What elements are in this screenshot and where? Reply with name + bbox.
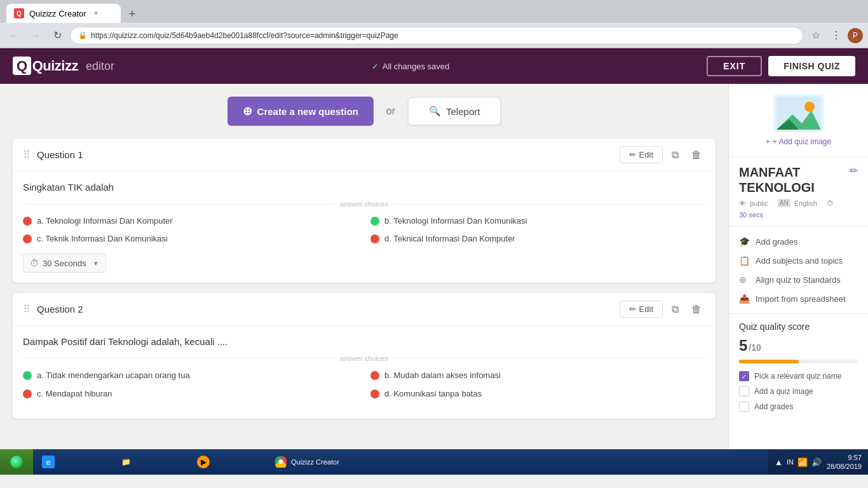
media-icon: ▶ xyxy=(197,456,210,468)
add-subjects-label: Add subjects and topics xyxy=(756,256,843,266)
bookmark-icon[interactable]: ☆ xyxy=(807,27,825,44)
exit-button[interactable]: EXIT xyxy=(707,56,762,76)
choice-text-1b: b. Teknologi Informasi Dan Komunikasi xyxy=(384,215,527,227)
right-sidebar: + + Add quiz image MANFAAT TEKNOLOGI ✏ xyxy=(728,84,868,449)
quality-checklist: ✓ Pick a relevant quiz name Add a quiz i… xyxy=(739,371,858,412)
url-bar[interactable]: 🔒 https://quizizz.com/quiz/5d64b9aeb4d2b… xyxy=(70,27,803,44)
tray-volume-icon: 🔊 xyxy=(811,458,822,467)
question-2-actions: ✏ Edit ⧉ 🗑 xyxy=(620,301,705,318)
teleport-button[interactable]: 🔍 Teleport xyxy=(408,97,501,125)
answer-choices-label-2: answer choices xyxy=(23,355,705,362)
forward-button[interactable]: → xyxy=(27,27,44,44)
choice-1c: c. Teknik Informasi Dan Komunikasi xyxy=(23,233,358,245)
quality-title: Quiz quality score xyxy=(739,322,858,332)
clock-time: 9:57 xyxy=(827,453,862,462)
quality-bar xyxy=(739,360,858,363)
copy-question-2-button[interactable]: ⧉ xyxy=(668,301,682,318)
grades-icon: 🎓 xyxy=(739,236,750,247)
action-bar: ⊕ Create a new question or 🔍 Teleport xyxy=(13,97,715,126)
add-subjects-option[interactable]: 📋 Add subjects and topics xyxy=(739,251,858,270)
quiz-title-edit-icon[interactable]: ✏ xyxy=(850,165,858,177)
copy-question-1-button[interactable]: ⧉ xyxy=(668,147,682,163)
checkbox-2[interactable] xyxy=(739,386,749,396)
drag-handle-1[interactable]: ⠿ xyxy=(23,149,31,161)
delete-question-2-button[interactable]: 🗑 xyxy=(688,301,705,318)
chrome-label: Quizizz Creator xyxy=(291,458,339,466)
choices-grid-1: a. Teknologi Informasi Dan Komputer b. T… xyxy=(23,215,705,245)
checkbox-1[interactable]: ✓ xyxy=(739,371,749,381)
taskbar-media[interactable]: ▶ xyxy=(191,449,267,475)
question-2-title: Question 2 xyxy=(37,304,83,315)
choice-text-1c: c. Teknik Informasi Dan Komunikasi xyxy=(37,233,168,245)
tray-icons: ▲ IN 📶 🔊 xyxy=(775,458,822,467)
finish-quiz-button[interactable]: FINISH QUIZ xyxy=(768,56,855,76)
add-grades-option[interactable]: 🎓 Add grades xyxy=(739,232,858,251)
drag-handle-2[interactable]: ⠿ xyxy=(23,303,31,315)
choice-text-2a: a. Tidak mendengarkan ucapan orang tua xyxy=(37,370,190,381)
tab-favicon: Q xyxy=(14,8,24,18)
browser-toolbar: ← → ↻ 🔒 https://quizizz.com/quiz/5d64b9a… xyxy=(0,23,868,48)
time-icon: ⏱ xyxy=(827,200,834,207)
import-spreadsheet-label: Import from spreadsheet xyxy=(756,294,846,304)
question-card-2: ⠿ Question 2 ✏ Edit ⧉ 🗑 Dampak Positif d… xyxy=(13,293,715,418)
import-spreadsheet-option[interactable]: 📤 Import from spreadsheet xyxy=(739,289,858,308)
meta-time: 30 secs xyxy=(739,211,763,219)
quality-denom: /10 xyxy=(749,342,761,353)
logo-q: Q xyxy=(13,57,31,75)
active-tab[interactable]: Q Quizizz Creator × xyxy=(6,4,121,23)
edit-pencil-icon-2: ✏ xyxy=(629,304,636,314)
question-2-body: Dampak Positif dari Teknologi adalah, ke… xyxy=(13,326,715,418)
lock-icon: 🔒 xyxy=(78,31,87,39)
choice-dot-1b xyxy=(370,217,379,226)
start-button[interactable] xyxy=(0,449,33,475)
quiz-image-placeholder xyxy=(773,94,824,132)
checkbox-3[interactable] xyxy=(739,402,749,412)
tray-up-icon[interactable]: ▲ xyxy=(775,458,783,467)
question-card-1: ⠿ Question 1 ✏ Edit ⧉ 🗑 Singkatan TIK ad… xyxy=(13,139,715,283)
checklist-item-2: Add a quiz image xyxy=(739,386,858,396)
toolbar-actions: ☆ ⋮ P xyxy=(807,27,863,44)
profile-avatar[interactable]: P xyxy=(848,28,863,43)
editor-area: ⊕ Create a new question or 🔍 Teleport ⠿ … xyxy=(0,84,728,449)
choice-1b: b. Teknologi Informasi Dan Komunikasi xyxy=(370,215,705,227)
start-orb xyxy=(10,456,23,468)
time-selector-1[interactable]: ⏱ 30 Seconds ▼ xyxy=(23,254,106,273)
align-standards-option[interactable]: ⊕ Align quiz to Standards xyxy=(739,270,858,289)
taskbar-folder[interactable]: 📁 xyxy=(113,449,189,475)
dropdown-arrow-1: ▼ xyxy=(93,260,99,267)
choice-1d: d. Teknical Informasi Dan Komputer xyxy=(370,233,705,245)
visibility-icon: 👁 xyxy=(739,200,746,207)
choice-dot-1a xyxy=(23,217,32,226)
tab-close-btn[interactable]: × xyxy=(94,9,98,18)
back-button[interactable]: ← xyxy=(5,27,23,44)
create-question-button[interactable]: ⊕ Create a new question xyxy=(227,97,374,126)
edit-question-2-button[interactable]: ✏ Edit xyxy=(620,301,663,318)
question-1-header: ⠿ Question 1 ✏ Edit ⧉ 🗑 xyxy=(13,139,715,172)
menu-icon[interactable]: ⋮ xyxy=(827,27,845,44)
header-right: EXIT FINISH QUIZ xyxy=(707,56,855,76)
chrome-icon xyxy=(275,456,287,468)
taskbar-ie[interactable]: e xyxy=(36,449,112,475)
edit-question-1-button[interactable]: ✏ Edit xyxy=(620,146,663,163)
refresh-button[interactable]: ↻ xyxy=(48,27,66,44)
taskbar-chrome[interactable]: Quizizz Creator xyxy=(268,449,346,475)
question-1-title: Question 1 xyxy=(37,149,83,160)
choice-dot-2d xyxy=(370,390,379,398)
editor-label: editor xyxy=(86,60,114,73)
choice-text-2b: b. Mudah dalam akses infomasi xyxy=(384,370,501,381)
add-image-icon: + xyxy=(766,137,770,146)
taskbar-right: ▲ IN 📶 🔊 9:57 28/08/2019 xyxy=(768,449,868,475)
quiz-title-section: MANFAAT TEKNOLOGI ✏ 👁 public · AN Englis… xyxy=(729,157,868,227)
time-value-1: 30 Seconds xyxy=(43,259,86,268)
choice-text-2d: d. Komunikasi tanpa batas xyxy=(384,388,482,400)
new-tab-button[interactable]: + xyxy=(123,5,141,23)
choice-dot-1c xyxy=(23,234,32,243)
svg-point-1 xyxy=(804,102,815,112)
delete-question-1-button[interactable]: 🗑 xyxy=(688,147,705,163)
add-quiz-image-link[interactable]: + + Add quiz image xyxy=(766,137,831,146)
choice-text-1a: a. Teknologi Informasi Dan Komputer xyxy=(37,215,173,227)
align-standards-label: Align quiz to Standards xyxy=(756,275,841,285)
browser-chrome: Q Quizizz Creator × + ← → ↻ 🔒 https://qu… xyxy=(0,0,868,48)
choice-2d: d. Komunikasi tanpa batas xyxy=(370,388,705,400)
choice-2b: b. Mudah dalam akses infomasi xyxy=(370,370,705,381)
